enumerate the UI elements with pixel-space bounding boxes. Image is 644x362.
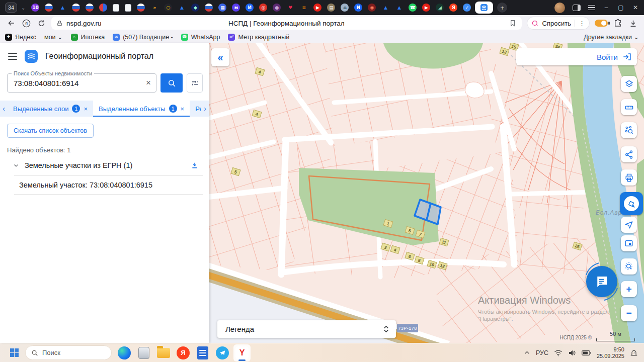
browser-tab[interactable]: ▶ (313, 4, 321, 12)
ask-ai-more-icon[interactable]: ⋮ (579, 20, 585, 27)
zoom-area-tool-button[interactable] (621, 258, 637, 275)
clear-search-icon[interactable]: × (141, 78, 156, 88)
browser-tab[interactable]: ≡ (300, 4, 308, 12)
section-collapse-icon[interactable] (13, 162, 19, 168)
window-minimize-button[interactable]: – (603, 4, 610, 11)
notifications-bell-icon[interactable]: z (630, 349, 638, 357)
panel-tab-close-icon[interactable]: × (181, 105, 185, 113)
browser-tab[interactable]: И (354, 4, 362, 12)
measure-tool-button[interactable] (621, 99, 637, 115)
extensions-icon[interactable] (613, 18, 623, 28)
taskbar-icon-device[interactable] (135, 344, 152, 361)
profile-avatar[interactable] (554, 3, 565, 13)
browser-tab[interactable]: ○ (164, 4, 172, 12)
browser-tab[interactable]: ▶ (422, 4, 430, 12)
window-close-button[interactable]: ✕ (632, 4, 639, 11)
taskbar-search[interactable]: Поиск (25, 345, 112, 360)
window-maximize-button[interactable]: ▢ (617, 4, 624, 11)
browser-tab[interactable]: ✓ (463, 4, 471, 12)
taskbar-icon-yandex-browser-active[interactable]: Y (233, 344, 251, 361)
browser-menu-icon[interactable] (588, 5, 595, 11)
back-button[interactable] (6, 18, 16, 28)
print-tool-button[interactable] (621, 169, 637, 186)
reload-button[interactable] (36, 18, 46, 28)
yandex-home-icon[interactable]: Я (21, 18, 31, 28)
volume-icon[interactable] (568, 349, 576, 356)
browser-tab[interactable]: ▲ (178, 4, 186, 12)
browser-tab[interactable]: ◢ (436, 4, 444, 12)
identify-tool-button-active[interactable] (620, 192, 643, 215)
locate-tool-button[interactable] (621, 217, 637, 233)
panel-tab[interactable]: Результаты × (190, 101, 201, 117)
panel-tab-close-icon[interactable]: × (84, 105, 88, 113)
battery-icon[interactable] (582, 350, 591, 356)
browser-tab[interactable]: ● (273, 4, 281, 12)
bookmark-item[interactable]: ✉ (507) Входящие - (113, 33, 173, 41)
search-button[interactable] (160, 73, 183, 93)
browser-tab[interactable]: ▲ (381, 4, 389, 12)
browser-tab[interactable]: Я (449, 4, 457, 12)
taskbar-icon-explorer[interactable] (155, 344, 172, 361)
browser-tab[interactable] (205, 4, 213, 12)
taskbar-icon-yandex[interactable]: Я (175, 344, 192, 361)
language-indicator[interactable]: РУС (536, 349, 548, 356)
browser-tab[interactable]: ⌂ (341, 4, 349, 12)
browser-tab[interactable]: ▲ (58, 4, 66, 12)
browser-tab[interactable]: 10 (31, 4, 39, 12)
search-filters-button[interactable] (187, 73, 203, 93)
clock[interactable]: 9:50 25.09.2025 (597, 346, 624, 359)
share-tool-button[interactable] (621, 146, 637, 162)
bookmark-item[interactable]: м² Метр квадратный (228, 33, 289, 41)
layers-tool-button[interactable] (621, 76, 637, 92)
panel-tab[interactable]: Выделенные объекты 1 × (93, 101, 190, 117)
browser-tab[interactable]: ♥ (286, 4, 294, 12)
power-saver-toggle[interactable] (595, 20, 608, 27)
downloads-icon[interactable] (628, 18, 638, 28)
zoom-in-button[interactable]: + (621, 281, 637, 297)
browser-tab[interactable] (137, 4, 145, 12)
tray-expand-icon[interactable] (524, 349, 530, 356)
browser-tab[interactable]: ◉ (368, 4, 376, 12)
tab-group-chevron-icon[interactable]: ⌄ (21, 5, 25, 11)
taskbar-icon-telegram[interactable] (214, 344, 231, 361)
browser-tab[interactable] (99, 4, 107, 12)
object-search-tool-button[interactable] (621, 122, 637, 138)
tabs-scroll-right-icon[interactable]: › (201, 105, 209, 113)
collapse-sidebar-button[interactable]: « (211, 48, 229, 66)
tab-group-chip[interactable]: 34 (5, 3, 17, 13)
browser-tab[interactable]: ▤ (327, 4, 335, 12)
download-object-list-button[interactable]: Скачать список объектов (7, 124, 94, 138)
search-input[interactable] (8, 79, 141, 87)
browser-tab[interactable]: ☎ (409, 4, 417, 12)
download-section-icon[interactable] (191, 161, 199, 169)
url-field[interactable]: nspd.gov.ru НСПД | Геоинформационный пор… (51, 17, 522, 30)
panel-tab[interactable]: Выделенные слои 1 × (8, 101, 93, 117)
browser-tab[interactable] (86, 4, 94, 12)
minimap-tool-button[interactable] (621, 235, 637, 251)
browser-tab[interactable]: м (232, 4, 240, 12)
browser-tab[interactable] (72, 4, 80, 12)
taskbar-icon-edge[interactable] (116, 344, 133, 361)
login-bar[interactable]: Войти (516, 48, 637, 65)
chat-assistant-button[interactable] (586, 266, 617, 297)
app-menu-icon[interactable] (8, 53, 17, 60)
other-bookmarks-button[interactable]: Другие закладки ⌄ (584, 33, 639, 41)
browser-tab[interactable]: ◎ (259, 4, 267, 12)
browser-tab[interactable]: » (150, 4, 158, 12)
legend-bar[interactable]: Легенда (217, 320, 396, 338)
browser-tab[interactable] (113, 4, 119, 12)
new-tab-button[interactable]: + (497, 3, 507, 13)
browser-tab[interactable]: ▦ (218, 4, 226, 12)
bookmark-item[interactable]: ⌂ Ипотека (71, 33, 105, 41)
start-button[interactable] (10, 348, 19, 357)
result-list-item[interactable]: Земельный участок: 73:08:040801:6915 (14, 175, 203, 195)
wifi-icon[interactable] (554, 349, 562, 356)
browser-tab[interactable]: И (246, 4, 254, 12)
ask-ai-button[interactable]: Спросить ⋮ (527, 17, 590, 30)
taskbar-icon-documents[interactable] (194, 344, 211, 361)
bookmark-icon[interactable] (509, 19, 517, 27)
legend-expand-icon[interactable] (382, 324, 390, 334)
bookmark-item[interactable]: мои ⌄ (44, 33, 62, 41)
active-browser-tab[interactable] (475, 2, 493, 14)
tabs-scroll-left-icon[interactable]: ‹ (0, 105, 8, 113)
